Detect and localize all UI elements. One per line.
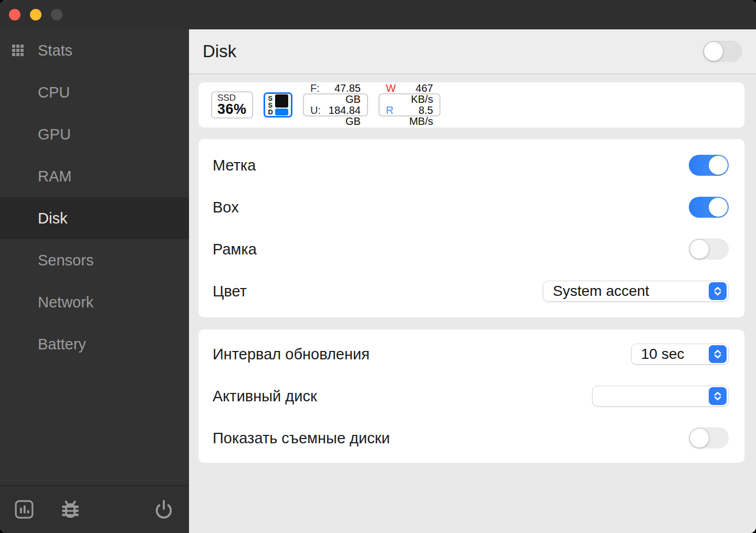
free-label: F: <box>310 83 320 105</box>
widget-bar-chart <box>275 94 288 115</box>
sidebar-item-cpu[interactable]: CPU <box>0 71 189 113</box>
bar-letter: D <box>268 109 273 115</box>
sidebar-item-network[interactable]: Network <box>0 281 189 323</box>
setting-row-show-removable: Показать съемные диски <box>198 417 744 459</box>
sidebar-item-label: Sensors <box>0 252 93 269</box>
sidebar-item-gpu[interactable]: GPU <box>0 113 189 155</box>
sidebar-item-disk[interactable]: Disk <box>0 197 189 239</box>
setting-label: Рамка <box>213 241 257 258</box>
free-value: 47.85 GB <box>327 83 361 105</box>
chevron-up-down-icon <box>709 282 727 300</box>
chevron-up-down-icon <box>709 345 727 363</box>
widget-mini-value: 36% <box>217 103 247 116</box>
setting-row-label: Метка <box>198 144 744 186</box>
app-window: Stats CPU GPU RAM Disk Sensors Network B… <box>0 0 756 533</box>
power-icon[interactable] <box>152 498 175 521</box>
sidebar-item-stats[interactable]: Stats <box>0 29 189 71</box>
bar-letter: S <box>268 95 273 102</box>
update-interval-value: 10 sec <box>641 346 685 363</box>
grid-icon <box>12 45 24 56</box>
color-select-value: System accent <box>553 283 649 300</box>
setting-row-box: Box <box>198 186 744 228</box>
content-header: Disk <box>189 29 756 74</box>
page-title: Disk <box>203 41 236 61</box>
setting-label: Активный диск <box>213 388 317 405</box>
widget-mini-preview[interactable]: SSD 36% <box>211 91 253 119</box>
setting-row-color: Цвет System accent <box>198 270 744 312</box>
sidebar-item-ram[interactable]: RAM <box>0 155 189 197</box>
close-button[interactable] <box>9 9 20 20</box>
sidebar-item-battery[interactable]: Battery <box>0 323 189 365</box>
update-interval-select[interactable]: 10 sec <box>631 344 729 365</box>
zoom-button-disabled <box>51 9 62 20</box>
box-toggle[interactable] <box>689 197 729 218</box>
module-settings-card: Интервал обновления 10 sec Активный диск <box>198 329 744 463</box>
chevron-up-down-icon <box>709 387 727 405</box>
setting-row-update-interval: Интервал обновления 10 sec <box>198 333 744 375</box>
sidebar-item-label: Battery <box>0 336 86 353</box>
write-value: 467 KB/s <box>403 83 433 105</box>
read-label: R <box>386 105 393 127</box>
sidebar-footer <box>0 485 189 533</box>
sidebar-item-sensors[interactable]: Sensors <box>0 239 189 281</box>
setting-label: Интервал обновления <box>213 346 370 363</box>
setting-row-frame: Рамка <box>198 228 744 270</box>
widget-settings-card: Метка Box Рамка Цвет System accent <box>198 139 744 317</box>
module-enable-toggle[interactable] <box>703 41 742 62</box>
color-select[interactable]: System accent <box>543 281 729 302</box>
traffic-lights <box>9 9 62 20</box>
setting-row-active-disk: Активный диск <box>198 375 744 417</box>
widget-bar-letters: S S D <box>268 95 273 115</box>
sidebar-item-label: RAM <box>0 168 71 185</box>
bar-free-segment <box>275 109 288 115</box>
sidebar-item-label: Stats <box>0 42 72 59</box>
toggle-knob <box>690 429 709 447</box>
setting-label: Box <box>213 199 239 216</box>
label-toggle[interactable] <box>689 155 729 176</box>
sidebar-item-label: Network <box>0 294 93 311</box>
bug-icon[interactable] <box>59 498 82 521</box>
active-disk-select[interactable] <box>592 386 729 407</box>
toggle-knob <box>704 42 723 61</box>
show-removable-toggle[interactable] <box>689 428 729 449</box>
toggle-knob <box>709 156 728 175</box>
main-content: Disk SSD 36% S S D <box>189 29 756 533</box>
widget-preview-card: SSD 36% S S D F: <box>198 82 744 127</box>
sidebar-item-label: Disk <box>0 210 67 227</box>
toggle-knob <box>709 198 728 217</box>
setting-label: Метка <box>213 157 256 174</box>
titlebar <box>0 0 756 29</box>
setting-label: Цвет <box>213 283 247 300</box>
bar-used-segment <box>275 94 288 108</box>
used-value: 184.84 GB <box>328 105 361 127</box>
widget-speed-preview[interactable]: W 467 KB/s R 8.5 MB/s <box>379 93 440 116</box>
used-label: U: <box>310 105 321 127</box>
minimize-button[interactable] <box>30 9 41 20</box>
widget-capacity-preview[interactable]: F: 47.85 GB U: 184.84 GB <box>303 93 368 116</box>
content-body: SSD 36% S S D F: <box>189 74 756 463</box>
setting-label: Показать съемные диски <box>213 430 390 447</box>
frame-toggle[interactable] <box>689 239 729 260</box>
read-value: 8.5 MB/s <box>401 105 433 127</box>
widget-bar-preview-selected[interactable]: S S D <box>264 92 292 118</box>
bar-letter: S <box>268 102 273 109</box>
write-label: W <box>386 83 396 105</box>
sidebar-item-label: CPU <box>0 84 70 101</box>
activity-chart-icon[interactable] <box>13 498 36 521</box>
sidebar-item-label: GPU <box>0 126 71 143</box>
toggle-knob <box>690 240 709 259</box>
sidebar: Stats CPU GPU RAM Disk Sensors Network B… <box>0 29 189 533</box>
